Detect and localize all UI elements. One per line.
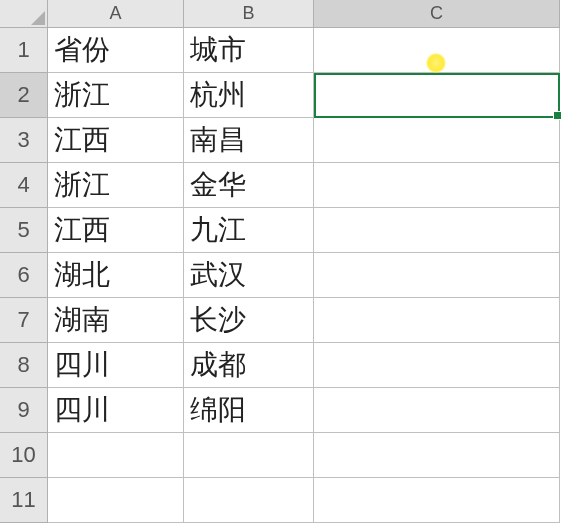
cell-a10[interactable] [48,433,184,478]
row-header-3[interactable]: 3 [0,118,48,163]
cell-c1[interactable] [314,28,560,73]
cell-b8[interactable]: 成都 [184,343,314,388]
cell-b4[interactable]: 金华 [184,163,314,208]
cell-b3[interactable]: 南昌 [184,118,314,163]
cell-b6[interactable]: 武汉 [184,253,314,298]
cell-c11[interactable] [314,478,560,523]
cell-b5[interactable]: 九江 [184,208,314,253]
select-all-icon [31,11,45,25]
column-header-b[interactable]: B [184,0,314,28]
row-header-4[interactable]: 4 [0,163,48,208]
cell-a8[interactable]: 四川 [48,343,184,388]
cell-c2[interactable] [314,73,560,118]
cell-a2[interactable]: 浙江 [48,73,184,118]
cell-a6[interactable]: 湖北 [48,253,184,298]
row-header-6[interactable]: 6 [0,253,48,298]
cell-a3[interactable]: 江西 [48,118,184,163]
cell-b10[interactable] [184,433,314,478]
cell-c3[interactable] [314,118,560,163]
cell-c10[interactable] [314,433,560,478]
row-header-9[interactable]: 9 [0,388,48,433]
column-header-c[interactable]: C [314,0,560,28]
cell-a9[interactable]: 四川 [48,388,184,433]
row-header-2[interactable]: 2 [0,73,48,118]
cell-a11[interactable] [48,478,184,523]
cell-b9[interactable]: 绵阳 [184,388,314,433]
cell-a5[interactable]: 江西 [48,208,184,253]
cell-b7[interactable]: 长沙 [184,298,314,343]
spreadsheet-grid: A B C 1 省份 城市 2 浙江 杭州 3 江西 南昌 4 浙江 金华 5 … [0,0,580,523]
cell-a1[interactable]: 省份 [48,28,184,73]
cell-b11[interactable] [184,478,314,523]
cell-b2[interactable]: 杭州 [184,73,314,118]
cell-c7[interactable] [314,298,560,343]
row-header-10[interactable]: 10 [0,433,48,478]
cell-a4[interactable]: 浙江 [48,163,184,208]
cell-a7[interactable]: 湖南 [48,298,184,343]
column-header-a[interactable]: A [48,0,184,28]
cell-c6[interactable] [314,253,560,298]
select-all-corner[interactable] [0,0,48,28]
row-header-7[interactable]: 7 [0,298,48,343]
cell-c4[interactable] [314,163,560,208]
cell-c5[interactable] [314,208,560,253]
cell-b1[interactable]: 城市 [184,28,314,73]
row-header-8[interactable]: 8 [0,343,48,388]
row-header-5[interactable]: 5 [0,208,48,253]
cell-c9[interactable] [314,388,560,433]
row-header-11[interactable]: 11 [0,478,48,523]
row-header-1[interactable]: 1 [0,28,48,73]
cell-c8[interactable] [314,343,560,388]
